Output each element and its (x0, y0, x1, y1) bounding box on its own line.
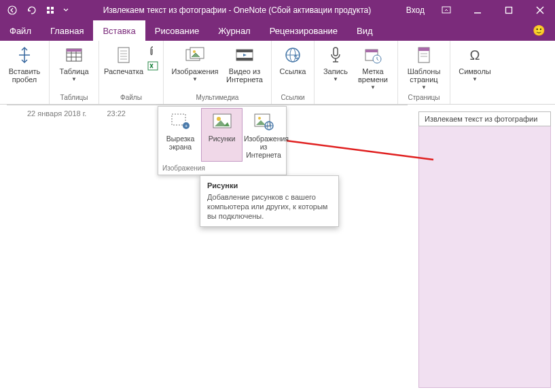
attach-file-icon[interactable] (147, 45, 159, 57)
svg-rect-2 (51, 7, 54, 10)
symbols-icon: Ω (464, 44, 486, 66)
microphone-icon (325, 44, 346, 66)
pictures-button[interactable]: Рисунки (201, 108, 243, 162)
tab-insert[interactable]: Вставка (93, 20, 145, 41)
window-controls (431, 0, 555, 20)
maximize-icon[interactable] (494, 0, 524, 20)
table-button[interactable]: Таблица ▼ (54, 42, 94, 82)
group-media: Изображения ▼ Видео из Интернета Мультим… (164, 41, 272, 104)
svg-rect-36 (418, 48, 429, 51)
online-pictures-icon (253, 111, 274, 132)
smiley-icon[interactable]: 🙂 (523, 20, 555, 41)
svg-rect-16 (118, 48, 129, 63)
online-video-button[interactable]: Видео из Интернета (222, 42, 267, 84)
page-templates-icon (413, 44, 435, 66)
page-templates-button[interactable]: Шаблоны страниц ▼ (402, 42, 446, 90)
images-button[interactable]: Изображения ▼ (168, 42, 222, 82)
tooltip-title: Рисунки (207, 181, 332, 190)
tab-view[interactable]: Вид (347, 20, 382, 41)
online-pictures-button[interactable]: Изображения из Интернета (243, 108, 285, 162)
group-recording: Запись ▼ Метка времени ▼ (315, 41, 398, 104)
tooltip-description: Добавление рисунков с вашего компьютера … (207, 192, 332, 221)
page-tab[interactable]: Извлекаем текст из фотографии (418, 111, 551, 126)
group-files: Распечатка Файлы (99, 41, 164, 104)
svg-text:+: + (184, 123, 187, 129)
file-attach-stack (147, 42, 159, 72)
svg-rect-7 (506, 7, 512, 14)
title-bar: Извлекаем текст из фотографии - OneNote … (0, 0, 555, 20)
screen-clipping-icon: + (170, 111, 192, 132)
pictures-icon (211, 111, 233, 132)
link-icon (282, 44, 304, 66)
svg-point-0 (8, 6, 16, 14)
record-button[interactable]: Запись ▼ (319, 42, 353, 82)
svg-rect-27 (236, 58, 253, 60)
svg-rect-26 (236, 50, 253, 52)
chevron-down-icon: ▼ (333, 76, 338, 82)
page-date: 22 января 2018 г. (27, 109, 86, 118)
chevron-down-icon: ▼ (421, 84, 427, 90)
video-icon (234, 44, 255, 66)
chevron-down-icon: ▼ (472, 76, 478, 82)
ribbon-display-icon[interactable] (431, 0, 461, 20)
printout-button[interactable]: Распечатка (103, 42, 144, 75)
screen-clipping-button[interactable]: + Вырезка экрана (160, 108, 201, 162)
close-icon[interactable] (525, 0, 555, 20)
svg-point-46 (258, 117, 261, 120)
tab-history[interactable]: Журнал (209, 20, 259, 41)
svg-point-44 (217, 117, 221, 121)
back-icon[interactable] (4, 2, 20, 18)
svg-rect-3 (47, 11, 50, 14)
images-gallery-dropdown: + Вырезка экрана Рисунки Изображения из … (158, 106, 287, 175)
group-links: Ссылка Ссылки (272, 41, 315, 104)
chevron-down-icon: ▼ (192, 76, 198, 82)
tab-draw[interactable]: Рисование (145, 20, 209, 41)
svg-rect-33 (365, 50, 378, 52)
group-tables: Таблица ▼ Таблицы (50, 41, 99, 104)
undo-icon[interactable] (23, 2, 39, 18)
touch-mode-icon[interactable] (42, 2, 58, 18)
timestamp-button[interactable]: Метка времени ▼ (353, 42, 393, 90)
svg-rect-21 (148, 62, 158, 70)
tooltip: Рисунки Добавление рисунков с вашего ком… (200, 175, 339, 227)
qat-dropdown-icon[interactable] (61, 2, 71, 18)
insert-space-icon (14, 44, 35, 66)
tab-review[interactable]: Рецензирование (260, 20, 347, 41)
table-icon (63, 44, 85, 66)
svg-rect-4 (51, 11, 54, 14)
svg-rect-40 (172, 114, 185, 125)
chevron-down-icon: ▼ (71, 76, 77, 82)
group-symbols: Ω Символы ▼ (450, 41, 499, 104)
svg-point-24 (193, 50, 196, 53)
svg-rect-1 (47, 7, 50, 10)
window-title: Извлекаем текст из фотографии - OneNote … (75, 5, 399, 15)
images-icon (184, 44, 206, 66)
ribbon: Вставить пробел Таблица ▼ Таблицы Распеч… (0, 41, 555, 105)
page-list-panel: Извлекаем текст из фотографии (418, 111, 551, 388)
sign-in-link[interactable]: Вход (399, 5, 431, 15)
gallery-section-label: Изображения (158, 163, 286, 175)
ribbon-tabs: Файл Главная Вставка Рисование Журнал Ре… (0, 20, 555, 41)
svg-rect-15 (67, 49, 82, 52)
link-button[interactable]: Ссылка (276, 42, 310, 75)
timestamp-icon (362, 44, 384, 66)
group-insert-space: Вставить пробел (0, 41, 50, 104)
insert-space-button[interactable]: Вставить пробел (4, 42, 45, 84)
svg-text:Ω: Ω (470, 48, 480, 63)
quick-access-toolbar (0, 2, 75, 18)
tab-home[interactable]: Главная (41, 20, 93, 41)
minimize-icon[interactable] (463, 0, 493, 20)
tab-file[interactable]: Файл (0, 20, 41, 41)
group-pages: Шаблоны страниц ▼ Страницы (398, 41, 450, 104)
chevron-down-icon: ▼ (370, 84, 376, 90)
spreadsheet-icon[interactable] (147, 60, 159, 72)
page-time: 23:22 (107, 109, 126, 118)
svg-rect-31 (334, 48, 338, 56)
symbols-button[interactable]: Ω Символы ▼ (454, 42, 495, 82)
printout-icon (113, 44, 135, 66)
